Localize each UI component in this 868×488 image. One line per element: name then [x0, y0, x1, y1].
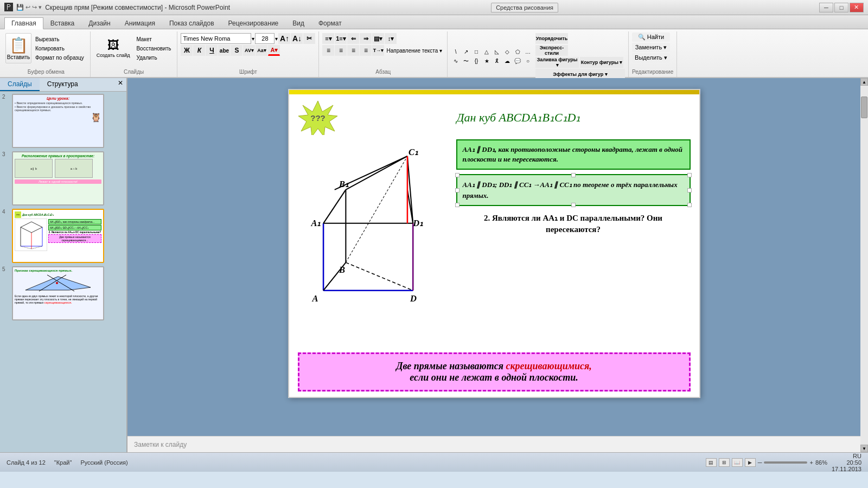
slide-thumb-4[interactable]: 4 ??? Дан куб ABCDA₁B₁C₁D₁	[2, 209, 124, 263]
shape-arrow[interactable]: ↗	[461, 48, 471, 56]
close-panel-button[interactable]: ✕	[114, 78, 126, 91]
minimize-button[interactable]: ─	[819, 3, 833, 12]
slide-thumb-3[interactable]: 3 Расположение прямых в пространстве: a …	[2, 151, 124, 206]
tab-slideshow[interactable]: Показ слайдов	[162, 17, 221, 29]
shape-wave[interactable]: 〜	[461, 57, 471, 66]
clear-format-button[interactable]: ✂	[303, 33, 315, 44]
shape-callout[interactable]: 💬	[513, 57, 522, 66]
shadow-button[interactable]: S	[231, 45, 242, 56]
shape-star[interactable]: ★	[482, 57, 492, 66]
arrange-button[interactable]: Упорядочить	[535, 33, 568, 44]
align-left-button[interactable]: ≡	[322, 45, 334, 56]
tab-home[interactable]: Главная	[4, 17, 43, 29]
cut-button[interactable]: Вырезать	[33, 35, 87, 43]
selection-handle-br[interactable]	[687, 203, 692, 207]
text-direction-button[interactable]: Т→▾	[372, 45, 384, 56]
strikethrough-button[interactable]: abe	[218, 45, 230, 56]
find-button[interactable]: 🔍 Найти	[632, 33, 670, 42]
selection-handle-tm[interactable]	[571, 173, 576, 177]
select-button[interactable]: Выделить ▾	[632, 53, 670, 62]
justify-button[interactable]: ≡	[360, 45, 372, 56]
zoom-plus-button[interactable]: +	[809, 459, 813, 466]
zoom-minus-button[interactable]: ─	[758, 459, 762, 466]
tab-format[interactable]: Формат	[311, 17, 349, 29]
shape-brace[interactable]: {}	[471, 57, 481, 66]
font-dropdown-icon[interactable]: ▾	[252, 36, 254, 42]
slideshow-button[interactable]: ▶	[745, 458, 756, 467]
underline-button[interactable]: Ч	[206, 45, 218, 56]
text-dir-dropdown[interactable]: Направление текста ▾	[385, 48, 444, 54]
shape-diamond[interactable]: ◇	[502, 48, 512, 56]
selection-handle-bm[interactable]	[571, 203, 576, 207]
shape-ribbon[interactable]: 🎗	[492, 57, 502, 66]
box2[interactable]: AA₁ ∥ DD₁; DD₁ ∥ CC₁ →AA₁ ∥ CC₁ по теоре…	[456, 174, 691, 206]
reading-view-button[interactable]: 📖	[732, 458, 743, 467]
selection-handle-mr[interactable]	[687, 188, 692, 192]
reset-button[interactable]: Восстановить	[133, 44, 174, 53]
shape-cloud[interactable]: ☁	[502, 57, 512, 66]
tab-animation[interactable]: Анимация	[118, 17, 162, 29]
tab-slides[interactable]: Слайды	[0, 78, 40, 91]
selection-handle-ml[interactable]	[455, 188, 459, 192]
shape-pentagon[interactable]: ⬠	[513, 48, 522, 56]
format-painter-button[interactable]: Формат по образцу	[33, 54, 87, 62]
notes-placeholder[interactable]: Заметки к слайду	[134, 441, 854, 448]
scroll-up-button[interactable]: ▲	[860, 78, 868, 86]
shape-circle[interactable]: ○	[523, 57, 533, 66]
delete-button[interactable]: Удалить	[133, 54, 174, 62]
copy-button[interactable]: Копировать	[33, 44, 87, 53]
selection-handle-bl[interactable]	[455, 203, 459, 207]
quick-styles-button[interactable]: Экспресс-стили	[535, 45, 568, 56]
tab-view[interactable]: Вид	[285, 17, 311, 29]
restore-button[interactable]: □	[834, 3, 848, 12]
close-button[interactable]: ✕	[850, 3, 864, 12]
bold-button[interactable]: Ж	[181, 45, 193, 56]
selection-handle-tr[interactable]	[687, 173, 692, 177]
replace-button[interactable]: Заменить ▾	[632, 43, 670, 52]
window-controls[interactable]: ─ □ ✕	[819, 3, 864, 12]
outline-button[interactable]: Контур фигуры ▾	[580, 57, 623, 68]
char-spacing-button[interactable]: AV▾	[243, 45, 255, 56]
font-name-input[interactable]	[181, 33, 251, 44]
new-slide-button[interactable]: 🖼 Создать слайд	[94, 33, 133, 63]
italic-button[interactable]: К	[193, 45, 205, 56]
slide-sorter-button[interactable]: ⊞	[719, 458, 730, 467]
tab-insert[interactable]: Вставка	[43, 17, 82, 29]
box1[interactable]: AA₁ ∥ DD₁, как противоположные стороны к…	[456, 139, 691, 170]
shape-triangle2[interactable]: ◺	[492, 48, 502, 56]
bullet-list-button[interactable]: ≡▾	[322, 33, 334, 44]
font-color-button[interactable]: A▾	[268, 45, 280, 56]
align-center-button[interactable]: ≡	[335, 45, 347, 56]
selection-handle-tl[interactable]	[455, 173, 459, 177]
decrease-indent-button[interactable]: ⇐	[347, 33, 359, 44]
scroll-track[interactable]	[860, 86, 868, 445]
normal-view-button[interactable]: ▤	[706, 458, 717, 467]
shape-triangle[interactable]: △	[482, 48, 492, 56]
scroll-down-button[interactable]: ▼	[860, 445, 868, 452]
font-shrink-button[interactable]: A↓	[291, 33, 303, 44]
paste-button[interactable]: 📋 Вставить	[5, 33, 31, 63]
line-spacing-button[interactable]: ↕▾	[385, 33, 397, 44]
shape-rect[interactable]: □	[471, 48, 481, 56]
definition-box[interactable]: Две прямые называются скрещивающимися, е…	[298, 352, 691, 391]
increase-indent-button[interactable]: ⇒	[360, 33, 372, 44]
tab-review[interactable]: Рецензирование	[221, 17, 286, 29]
slide-thumb-5[interactable]: 5 Признак скрещивающихся прямых. Если од…	[2, 266, 124, 320]
font-grow-button[interactable]: A↑	[278, 33, 290, 44]
fill-button[interactable]: Заливка фигуры ▾	[535, 57, 579, 68]
align-right-button[interactable]: ≡	[347, 45, 359, 56]
shape-line[interactable]: \	[451, 48, 461, 56]
slide-canvas[interactable]: ??? Дан куб ABCDA₁B₁C₁D₁	[288, 89, 700, 398]
columns-button[interactable]: ▤▾	[372, 33, 384, 44]
shape-curve[interactable]: ∿	[451, 57, 461, 66]
tab-design[interactable]: Дизайн	[81, 17, 117, 29]
case-button[interactable]: Аа▾	[256, 45, 267, 56]
shape-more[interactable]: …	[523, 48, 533, 56]
zoom-level[interactable]: 86%	[815, 459, 827, 466]
zoom-slider[interactable]	[764, 461, 807, 464]
font-size-input[interactable]	[255, 33, 275, 44]
size-dropdown-icon[interactable]: ▾	[275, 36, 278, 42]
tab-outline[interactable]: Структура	[40, 78, 86, 91]
slide-thumb-2[interactable]: 2 Цели урока: • Ввести определение скрещ…	[2, 94, 124, 148]
scroll-thumb[interactable]	[861, 97, 867, 118]
